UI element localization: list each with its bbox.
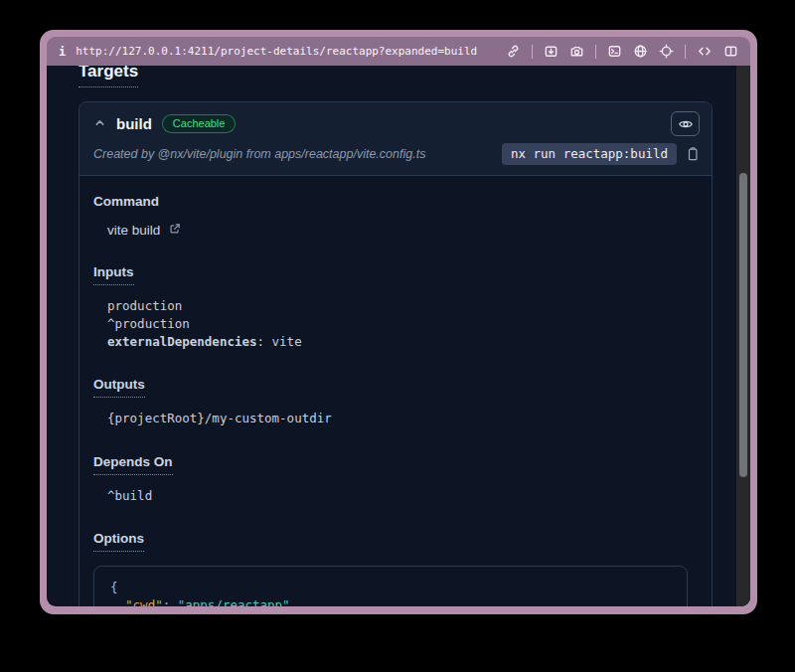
browser-window: i http://127.0.0.1:4211/project-details/… [40,30,757,614]
target-card-build: build Cacheable Created by @n [79,101,713,606]
options-label: Options [93,531,688,552]
outputs-value: {projectRoot}/my-custom-outdir [107,410,688,427]
options-json-block: { "cwd": "apps/reactapp"} [93,566,688,606]
scrollbar-track[interactable] [736,66,750,606]
link-icon[interactable] [506,44,521,59]
inputs-section: Inputs production^productionexternalDepe… [93,264,688,351]
input-item: externalDependencies: vite [107,333,688,351]
input-item: ^production [107,315,688,333]
outputs-label: Outputs [93,377,688,398]
page-title: Targets [79,66,713,87]
build-header-subrow: Created by @nx/vite/plugin from apps/rea… [80,139,712,175]
command-section: Command vite build [93,194,688,239]
topbar-separator [532,45,533,59]
camera-icon[interactable] [569,44,584,59]
info-icon: i [59,45,66,59]
page-viewport: Targets build Cacheable [47,66,750,606]
build-card-header: build Cacheable Created by @n [80,102,712,176]
topbar-separator [685,45,686,59]
build-card-body: Command vite build [80,176,712,606]
depends-on-label: Depends On [93,454,688,475]
options-section: Options { "cwd": "apps/reactapp"} [93,531,688,606]
download-icon[interactable] [544,44,558,59]
url-bar[interactable]: http://127.0.0.1:4211/project-details/re… [76,45,477,58]
created-by-text: Created by @nx/vite/plugin from apps/rea… [93,147,425,161]
outputs-section: Outputs {projectRoot}/my-custom-outdir [93,377,688,427]
depends-on-section: Depends On ^build [93,454,688,505]
json-line: { [110,579,671,596]
command-label: Command [93,194,688,209]
json-value: "apps/reactapp" [178,597,290,606]
topbar-separator [595,45,596,59]
crosshair-icon[interactable] [659,44,674,59]
build-header-row[interactable]: build Cacheable [80,102,712,139]
scrollbar-thumb[interactable] [739,173,747,477]
inputs-list: production^productionexternalDependencie… [107,297,688,351]
copy-icon[interactable] [686,146,700,162]
depends-on-value: ^build [107,487,688,505]
chevron-up-icon[interactable] [93,115,106,133]
cacheable-badge: Cacheable [162,114,237,133]
command-value: vite build [107,223,160,238]
code-icon[interactable] [697,44,713,59]
run-command-chip: nx run reactapp:build [502,143,677,165]
external-link-icon[interactable] [168,222,182,239]
json-key: "cwd" [125,597,163,606]
input-item: production [107,297,688,315]
globe-icon[interactable] [633,44,648,59]
columns-icon[interactable] [723,44,738,59]
terminal-icon[interactable] [607,44,622,59]
view-target-button[interactable] [671,111,700,136]
target-name: build [116,115,152,132]
json-line: "cwd": "apps/reactapp" [110,596,671,606]
browser-topbar: i http://127.0.0.1:4211/project-details/… [47,37,750,66]
inputs-label: Inputs [93,264,688,285]
